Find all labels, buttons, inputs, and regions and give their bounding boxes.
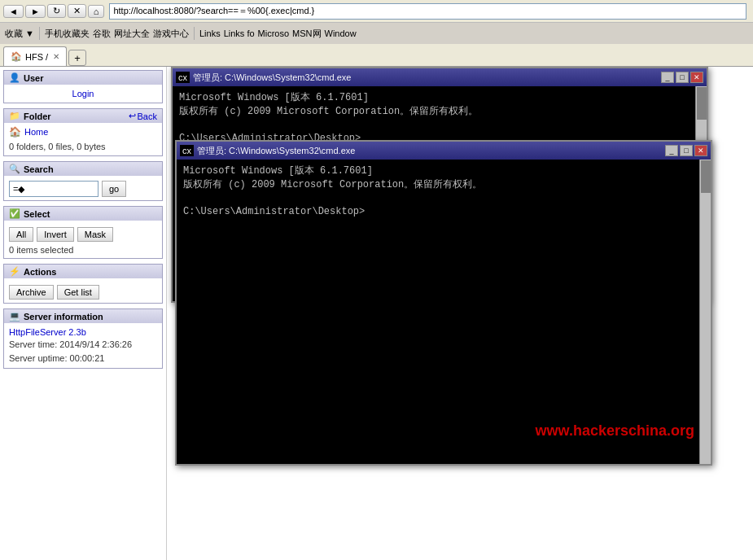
user-section-content: Login [4,85,162,103]
cmd-close-2[interactable]: ✕ [694,145,707,156]
cmd-scrollbar-2[interactable] [699,160,711,464]
cmd-body-2: Microsoft Windows [版本 6.1.7601] 版权所有 (c)… [177,160,711,464]
bookmark-google[interactable]: 谷歌 [93,28,111,40]
cmd-minimize-2[interactable]: _ [665,145,678,156]
cmd-titlebar-1: cx 管理员: C:\Windows\System32\cmd.exe _ □ … [173,68,707,86]
server-version-link[interactable]: HttpFileServer 2.3b [9,327,86,337]
bookmark-links[interactable]: Links [199,28,221,38]
cmd-line-2-2: 版权所有 (c) 2009 Microsoft Corporation。保留所有… [183,178,693,192]
tab-bar: 🏠 HFS / ✕ + [0,44,753,67]
action-buttons: Archive Get list [9,285,157,300]
login-link[interactable]: Login [72,89,94,98]
home-button[interactable]: ⌂ [88,5,105,18]
cmd-icon-1: cx [176,72,190,83]
bookmark-links-fo[interactable]: Links fo [224,28,255,38]
cmd-text-1: Microsoft Windows [版本 6.1.7601] 版权所有 (c)… [179,91,689,146]
forward-button[interactable]: ► [25,5,46,18]
tab-close-button[interactable]: ✕ [53,52,59,61]
cmd-line-2-1: Microsoft Windows [版本 6.1.7601] [183,164,693,178]
folder-icon: 📁 [9,111,20,121]
select-icon: ✅ [9,208,20,219]
server-info-title: 💻 Server information [4,309,162,323]
folder-stats: 0 folders, 0 files, 0 bytes [9,141,157,152]
select-section-title: ✅ Select [4,207,162,221]
bookmark-nav[interactable]: 网址大全 [114,28,150,40]
actions-section-content: Archive Get list [4,278,162,303]
bookmark-favorites[interactable]: 收藏 ▼ [5,28,34,40]
cmd-close-1[interactable]: ✕ [690,72,703,83]
select-label: Select [24,209,50,219]
cmd-line-2-4: C:\Users\Administrator\Desktop> [183,205,693,219]
tab-favicon: 🏠 [11,51,22,62]
bookmark-window[interactable]: Window [325,28,357,38]
user-section: 👤 User Login [3,70,163,103]
cmd-maximize-1[interactable]: □ [676,72,689,83]
cmd-icon-2: cx [180,145,194,156]
sidebar: 👤 User Login 📁 Folder ↩ Back 🏠 [0,67,167,560]
content-area: cx 管理员: C:\Windows\System32\cmd.exe _ □ … [167,67,753,560]
cmd-window-2[interactable]: cx 管理员: C:\Windows\System32\cmd.exe _ □ … [175,140,712,466]
new-tab-button[interactable]: + [68,50,86,66]
cmd-line-1-1: Microsoft Windows [版本 6.1.7601] [179,91,689,105]
bookmark-games[interactable]: 游戏中心 [153,28,189,40]
user-icon: 👤 [9,72,20,83]
search-input[interactable] [9,181,99,197]
cmd-scrollbar-thumb-2[interactable] [701,160,711,193]
actions-section: ⚡ Actions Archive Get list [3,264,163,304]
folder-section-content: 🏠 Home 0 folders, 0 files, 0 bytes [4,123,162,155]
cmd-scrollbar-thumb-1[interactable] [697,87,707,120]
search-section-title: 🔍 Search [4,162,162,176]
folder-label: Folder [24,112,51,121]
refresh-button[interactable]: ↻ [47,4,66,18]
folder-stats-text: 0 folders, 0 files, 0 bytes [9,142,106,151]
toolbar-row1: ◄ ► ↻ ✕ ⌂ [0,0,753,23]
browser-chrome: ◄ ► ↻ ✕ ⌂ 收藏 ▼ 手机收藏夹 谷歌 网址大全 游戏中心 Links … [0,0,753,67]
items-selected-text: 0 items selected [9,245,157,255]
address-input[interactable] [109,3,746,20]
select-invert-button[interactable]: Invert [37,227,74,242]
sep2 [194,27,195,40]
bookmarks-bar: 收藏 ▼ 手机收藏夹 谷歌 网址大全 游戏中心 Links Links fo M… [0,23,753,44]
select-section: ✅ Select All Invert Mask 0 items selecte… [3,206,163,259]
cmd-minimize-1[interactable]: _ [661,72,674,83]
cmd-line-1-2: 版权所有 (c) 2009 Microsoft Corporation。保留所有… [179,105,689,119]
select-all-button[interactable]: All [9,227,33,242]
cmd-titlebar-2: cx 管理员: C:\Windows\System32\cmd.exe _ □ … [177,142,711,160]
search-icon: 🔍 [9,164,20,174]
search-go-button[interactable]: go [102,181,126,197]
server-uptime-text: Server uptime: 00:00:21 [9,352,157,365]
actions-icon: ⚡ [9,266,20,277]
back-label: Back [138,112,157,121]
back-button[interactable]: ◄ [3,5,24,18]
bookmark-mobile[interactable]: 手机收藏夹 [45,28,90,40]
archive-button[interactable]: Archive [9,285,54,300]
actions-label: Actions [24,267,56,277]
cmd-line-2-3 [183,192,693,206]
back-link[interactable]: ↩ Back [129,111,157,121]
select-mask-button[interactable]: Mask [77,227,113,242]
search-section: 🔍 Search go [3,161,163,201]
back-arrow-icon: ↩ [129,111,136,121]
main-content: 👤 User Login 📁 Folder ↩ Back 🏠 [0,67,753,560]
cmd-maximize-2[interactable]: □ [680,145,693,156]
search-form: go [9,181,157,197]
get-list-button[interactable]: Get list [57,285,99,300]
folder-section: 📁 Folder ↩ Back 🏠 Home 0 folders, 0 file… [3,108,163,156]
bookmark-msn[interactable]: MSN网 [292,28,321,40]
tab-title: HFS / [25,52,48,62]
user-label: User [24,73,43,83]
tab-hfs[interactable]: 🏠 HFS / ✕ [3,46,67,66]
bookmark-microso[interactable]: Microso [258,28,290,38]
home-icon: 🏠 [9,126,21,138]
home-link[interactable]: Home [24,127,48,137]
cmd-line-1-3 [179,119,689,133]
stop-button[interactable]: ✕ [68,4,86,18]
cmd-controls-2: _ □ ✕ [665,145,707,156]
sep1 [39,27,40,40]
search-label: Search [24,164,54,174]
cmd-title-text-2: 管理员: C:\Windows\System32\cmd.exe [197,145,355,157]
cmd-title-2: cx 管理员: C:\Windows\System32\cmd.exe [180,145,355,157]
address-bar [109,3,746,20]
folder-section-title: 📁 Folder ↩ Back [4,109,162,123]
server-info-content: HttpFileServer 2.3b Server time: 2014/9/… [4,323,162,368]
